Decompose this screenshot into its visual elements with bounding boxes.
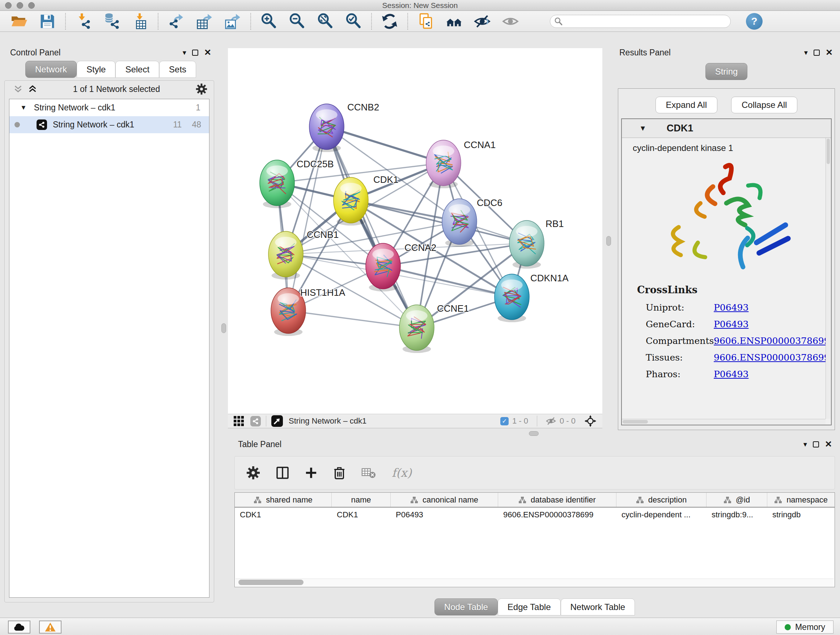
tab-select[interactable]: Select xyxy=(115,61,159,78)
float-panel-icon[interactable] xyxy=(813,441,819,448)
tab-sets[interactable]: Sets xyxy=(159,61,196,78)
results-vertical-scrollbar[interactable] xyxy=(826,138,831,419)
network-collection-row[interactable]: ▼ String Network – cdk1 1 xyxy=(9,99,209,116)
hide-glass-button[interactable] xyxy=(468,12,496,30)
network-node-CCNA2[interactable]: CCNA2 xyxy=(366,242,436,291)
network-node-CCNB2[interactable]: CCNB2 xyxy=(309,102,379,152)
protein-structure-image xyxy=(649,155,804,283)
crosslink-link[interactable]: P06493 xyxy=(714,369,748,379)
zoom-window-button[interactable] xyxy=(28,2,35,9)
network-row-selected[interactable]: String Network – cdk1 11 48 xyxy=(9,116,209,133)
column-header[interactable]: name xyxy=(332,493,391,507)
show-glass-button[interactable] xyxy=(496,12,524,30)
crosslink-link[interactable]: 9606.ENSP00000378699 xyxy=(714,352,830,363)
home-button[interactable] xyxy=(440,12,468,30)
horizontal-splitter-handle[interactable] xyxy=(529,431,538,436)
float-panel-icon[interactable] xyxy=(192,50,198,56)
network-node-CCNA1[interactable]: CCNA1 xyxy=(426,139,496,188)
import-table-button[interactable] xyxy=(126,12,154,30)
results-panel: Results Panel ▾ ✕ String Expand All Coll… xyxy=(615,47,838,432)
close-window-button[interactable] xyxy=(5,2,11,9)
function-builder-icon[interactable]: f(x) xyxy=(392,466,412,480)
network-node-RB1[interactable]: RB1 xyxy=(509,218,564,269)
column-header[interactable]: database identifier xyxy=(498,493,616,507)
node-label-CDC6: CDC6 xyxy=(477,197,502,208)
navigator-icon[interactable] xyxy=(271,415,283,427)
crosslink-link[interactable]: P06493 xyxy=(714,302,748,313)
duplicate-network-button[interactable] xyxy=(412,12,440,30)
zoom-selected-button[interactable] xyxy=(339,12,368,30)
collapse-all-icon[interactable] xyxy=(13,85,23,93)
export-table-button[interactable] xyxy=(190,12,218,30)
tab-network-table[interactable]: Network Table xyxy=(561,599,635,616)
add-column-icon[interactable] xyxy=(305,467,317,479)
network-node-CCNE1[interactable]: CCNE1 xyxy=(399,303,469,353)
close-panel-icon[interactable]: ✕ xyxy=(826,48,833,57)
import-network-button[interactable] xyxy=(69,12,98,30)
expand-up-icon[interactable] xyxy=(28,85,37,93)
hidden-eye-icon[interactable] xyxy=(546,417,556,425)
help-button[interactable]: ? xyxy=(746,13,763,30)
panel-menu-icon[interactable]: ▾ xyxy=(804,49,808,56)
split-columns-icon[interactable] xyxy=(276,466,289,479)
network-node-CDC25B[interactable]: CDC25B xyxy=(260,158,334,208)
table-horizontal-scrollbar[interactable] xyxy=(235,578,834,586)
left-splitter-handle[interactable] xyxy=(221,323,226,333)
selected-counts: 1 - 0 xyxy=(512,416,528,426)
column-header[interactable]: canonical name xyxy=(391,493,498,507)
search-input[interactable] xyxy=(550,15,731,28)
table-row[interactable]: CDK1 CDK1 P06493 9606.ENSP00000378699 cy… xyxy=(235,508,835,522)
table-gear-icon[interactable] xyxy=(246,466,260,480)
warnings-button[interactable] xyxy=(39,621,62,633)
zoom-out-button[interactable] xyxy=(283,12,311,30)
panel-menu-icon[interactable]: ▾ xyxy=(183,49,186,56)
column-header[interactable]: @id xyxy=(706,493,767,507)
import-network-database-button[interactable] xyxy=(98,12,126,30)
string-view-icon[interactable] xyxy=(250,416,261,426)
right-splitter-handle[interactable] xyxy=(606,236,611,246)
crosslink-link[interactable]: 9606.ENSP00000378699 xyxy=(714,336,830,346)
open-session-button[interactable] xyxy=(5,12,33,30)
tab-edge-table[interactable]: Edge Table xyxy=(498,599,561,616)
tab-string[interactable]: String xyxy=(706,63,748,80)
tab-style[interactable]: Style xyxy=(77,61,115,78)
selected-checkbox[interactable]: ✓ xyxy=(500,417,508,425)
refresh-button[interactable] xyxy=(376,12,404,30)
network-canvas[interactable]: CCNB2CCNA1CDC25BCDK1CDC6RB1CCNB1CCNA2CDK… xyxy=(228,48,602,414)
results-horizontal-scrollbar[interactable] xyxy=(622,419,826,424)
network-node-CDK1[interactable]: CDK1 xyxy=(333,174,398,226)
column-header[interactable]: shared name xyxy=(235,493,332,507)
collapse-triangle-icon[interactable]: ▼ xyxy=(639,124,646,133)
panel-menu-icon[interactable]: ▾ xyxy=(804,440,807,448)
zoom-in-button[interactable] xyxy=(255,12,283,30)
float-panel-icon[interactable] xyxy=(813,50,820,56)
tab-network[interactable]: Network xyxy=(25,61,77,78)
node-table[interactable]: shared name name canonical name database… xyxy=(234,492,835,587)
node-details-header[interactable]: ▼ CDK1 xyxy=(622,119,831,138)
export-image-button[interactable] xyxy=(218,12,247,30)
close-panel-icon[interactable]: ✕ xyxy=(825,440,832,448)
crosslink-link[interactable]: P06493 xyxy=(714,319,748,329)
memory-button[interactable]: Memory xyxy=(776,621,834,633)
zoom-fit-button[interactable] xyxy=(311,12,339,30)
window-traffic-lights[interactable] xyxy=(5,2,35,9)
collapse-all-button[interactable]: Collapse All xyxy=(731,97,797,113)
network-node-HIST1H1A[interactable]: HIST1H1A xyxy=(271,287,346,336)
delete-table-icon[interactable] xyxy=(362,467,376,478)
tab-node-table[interactable]: Node Table xyxy=(434,599,498,616)
expand-all-button[interactable]: Expand All xyxy=(655,97,717,113)
cloud-button[interactable] xyxy=(8,621,30,633)
network-node-CDKN1A[interactable]: CDKN1A xyxy=(494,272,569,322)
delete-column-icon[interactable] xyxy=(333,466,346,480)
column-header[interactable]: description xyxy=(616,493,706,507)
crosshair-icon[interactable] xyxy=(584,415,597,427)
gear-icon[interactable] xyxy=(196,83,207,95)
minimize-window-button[interactable] xyxy=(17,2,23,9)
save-session-button[interactable] xyxy=(33,12,62,30)
close-panel-icon[interactable]: ✕ xyxy=(204,48,211,57)
network-graph[interactable]: CCNB2CCNA1CDC25BCDK1CDC6RB1CCNB1CCNA2CDK… xyxy=(228,48,602,414)
column-header[interactable]: namespace xyxy=(767,493,835,507)
export-network-button[interactable] xyxy=(162,12,190,30)
expand-triangle-icon[interactable]: ▼ xyxy=(20,104,27,111)
grid-view-icon[interactable] xyxy=(234,416,244,426)
